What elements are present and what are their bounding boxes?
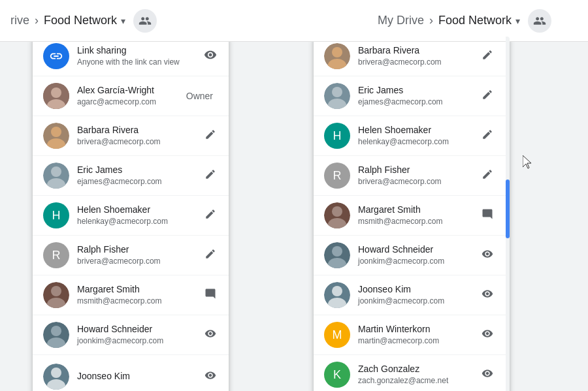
person-name: Margaret Smith [77, 283, 203, 296]
person-email: brivera@acmecorp.com [77, 256, 203, 267]
comment-icon[interactable] [203, 288, 218, 303]
list-item: Eric James ejames@acmecorp.com [314, 76, 506, 116]
person-info: Zach Gonzalez zach.gonzalez@acme.net [358, 363, 480, 386]
avatar: H [324, 123, 350, 149]
dropdown-arrow-left[interactable]: ▾ [121, 16, 125, 26]
svg-point-19 [332, 47, 342, 57]
person-email: brivera@acmecorp.com [358, 57, 480, 68]
svg-point-7 [51, 166, 61, 177]
pencil-icon[interactable] [480, 89, 495, 104]
eye-icon[interactable] [203, 369, 218, 384]
person-role: Owner [186, 91, 213, 101]
person-info: Joonseo Kim [77, 370, 203, 383]
person-email: brivera@acmecorp.com [77, 136, 203, 148]
person-email: msmith@acmecorp.com [77, 296, 203, 307]
svg-point-4 [51, 127, 61, 137]
person-info: Howard Schneider joonkim@acmecorp.com [358, 243, 480, 267]
scrollbar-track[interactable] [506, 37, 510, 391]
list-item: Margaret Smith msmith@acmecorp.com [33, 275, 229, 315]
avatar [43, 163, 69, 189]
avatar: K [324, 362, 350, 388]
folder-name-left: Food Network [44, 14, 117, 27]
link-sharing-eye-icon[interactable] [203, 48, 218, 65]
person-name: Joonseo Kim [358, 283, 480, 296]
person-email: ejames@acmecorp.com [77, 176, 203, 187]
person-info: Alex García-Wright agarc@acmecorp.com [77, 84, 186, 108]
top-bar: rive › Food Network ▾ My Drive › Food Ne… [0, 0, 588, 42]
list-item: Barbara Rivera brivera@acmecorp.com [33, 116, 229, 156]
person-name: Barbara Rivera [358, 44, 480, 57]
avatar [324, 242, 350, 268]
svg-point-13 [51, 326, 61, 336]
right-breadcrumb: My Drive › Food Network ▾ [378, 9, 551, 33]
avatar [324, 282, 350, 308]
breadcrumb-mydrive: My Drive [378, 14, 424, 27]
svg-point-1 [51, 87, 61, 98]
group-icon-btn-left[interactable] [133, 9, 157, 33]
left-breadcrumb: rive › Food Network ▾ [10, 9, 157, 33]
list-item: Eric James ejames@acmecorp.com [33, 156, 229, 196]
person-name: Helen Shoemaker [77, 204, 203, 217]
right-panel-content: Barbara Rivera brivera@acmecorp.com [314, 37, 510, 391]
pencil-icon[interactable] [480, 168, 495, 183]
eye-icon[interactable] [480, 328, 495, 343]
right-sharing-panel: Barbara Rivera brivera@acmecorp.com [314, 37, 510, 391]
person-info: Margaret Smith msmith@acmecorp.com [77, 283, 203, 307]
avatar [43, 322, 69, 348]
person-name: Eric James [77, 164, 203, 177]
person-info: Helen Shoemaker helenkay@acmecorp.com [77, 204, 203, 227]
person-email: ejames@acmecorp.com [358, 97, 480, 108]
eye-icon[interactable] [203, 328, 218, 343]
person-email: zach.gonzalez@acme.net [358, 375, 480, 386]
person-name: Zach Gonzalez [358, 363, 480, 376]
person-info: Helen Shoemaker helenkay@acmecorp.com [358, 124, 480, 148]
link-sharing-item: Link sharing Anyone with the link can vi… [33, 37, 229, 76]
person-info: Martin Winterkorn martin@acmecorp.com [358, 323, 480, 347]
pencil-icon[interactable] [203, 208, 218, 223]
eye-icon[interactable] [480, 248, 495, 263]
pencil-icon[interactable] [203, 168, 218, 183]
breadcrumb-partial-left: rive [10, 14, 29, 27]
svg-point-31 [332, 286, 342, 296]
group-icon-btn-right[interactable] [528, 9, 551, 33]
person-info: Barbara Rivera brivera@acmecorp.com [77, 124, 203, 148]
person-name: Eric James [358, 84, 480, 97]
link-icon [43, 43, 69, 69]
person-email: helenkay@acmecorp.com [358, 136, 480, 148]
pencil-icon[interactable] [480, 129, 495, 144]
link-sharing-subtitle: Anyone with the link can view [77, 57, 203, 68]
avatar: M [324, 322, 350, 348]
breadcrumb-chevron-left: › [35, 14, 39, 27]
list-item: Howard Schneider joonkim@acmecorp.com [33, 315, 229, 355]
dropdown-arrow-right[interactable]: ▾ [515, 16, 520, 26]
person-email: martin@acmecorp.com [358, 336, 480, 347]
avatar [43, 123, 69, 149]
person-email: helenkay@acmecorp.com [77, 216, 203, 227]
avatar [43, 83, 69, 109]
list-item: Joonseo Kim joonkim@acmecorp.com [314, 275, 506, 315]
list-item: H Helen Shoemaker helenkay@acmecorp.com [314, 116, 506, 156]
scrollbar-thumb[interactable] [506, 180, 510, 238]
pencil-icon[interactable] [203, 129, 218, 144]
list-item: Joonseo Kim [33, 355, 229, 391]
person-info: Joonseo Kim joonkim@acmecorp.com [358, 283, 480, 307]
person-name: Joonseo Kim [77, 370, 203, 383]
person-name: Barbara Rivera [77, 124, 203, 137]
person-name: Ralph Fisher [77, 243, 203, 257]
pencil-icon[interactable] [203, 248, 218, 263]
person-name: Margaret Smith [358, 204, 480, 217]
avatar [43, 282, 69, 308]
pencil-icon[interactable] [480, 49, 495, 64]
left-panel-content: Link sharing Anyone with the link can vi… [33, 37, 229, 391]
person-name: Howard Schneider [358, 243, 480, 257]
person-email: brivera@acmecorp.com [358, 176, 480, 187]
avatar [43, 364, 69, 390]
person-email: joonkim@acmecorp.com [358, 296, 480, 307]
avatar: R [43, 242, 69, 268]
eye-icon[interactable] [480, 368, 495, 383]
comment-icon[interactable] [480, 208, 495, 223]
eye-icon[interactable] [480, 288, 495, 303]
list-item: Barbara Rivera brivera@acmecorp.com [314, 37, 506, 76]
dropdowns-container: Link sharing Anyone with the link can vi… [33, 37, 510, 391]
list-item: M Martin Winterkorn martin@acmecorp.com [314, 315, 506, 355]
